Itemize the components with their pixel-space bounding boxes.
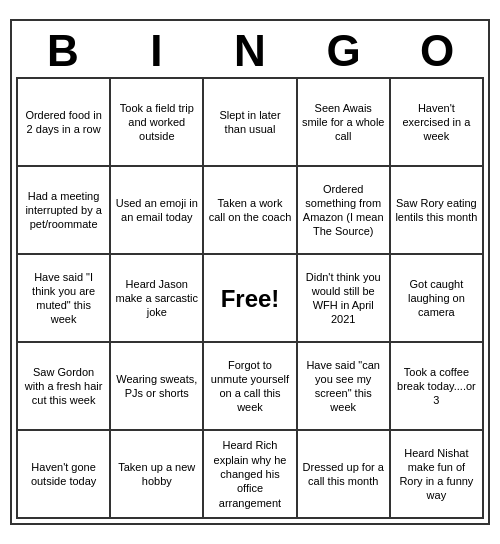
bingo-cell-8[interactable]: Ordered something from Amazon (I mean Th… <box>298 167 391 255</box>
bingo-card: B I N G O Ordered food in 2 days in a ro… <box>10 19 490 525</box>
header-g: G <box>297 25 391 77</box>
bingo-cell-0[interactable]: Ordered food in 2 days in a row <box>18 79 111 167</box>
header-i: I <box>110 25 204 77</box>
bingo-cell-4[interactable]: Haven't exercised in a week <box>391 79 484 167</box>
bingo-cell-21[interactable]: Taken up a new hobby <box>111 431 204 519</box>
cell-text-15: Saw Gordon with a fresh hair cut this we… <box>22 365 105 408</box>
cell-text-6: Used an emoji in an email today <box>115 196 198 225</box>
bingo-cell-5[interactable]: Had a meeting interrupted by a pet/roomm… <box>18 167 111 255</box>
bingo-cell-20[interactable]: Haven't gone outside today <box>18 431 111 519</box>
bingo-cell-17[interactable]: Forgot to unmute yourself on a call this… <box>204 343 297 431</box>
cell-text-19: Took a coffee break today....or 3 <box>395 365 478 408</box>
cell-text-10: Have said "I think you are muted" this w… <box>22 270 105 327</box>
cell-text-14: Got caught laughing on camera <box>395 277 478 320</box>
bingo-cell-19[interactable]: Took a coffee break today....or 3 <box>391 343 484 431</box>
bingo-header: B I N G O <box>16 25 484 77</box>
header-o: O <box>390 25 484 77</box>
bingo-cell-11[interactable]: Heard Jason make a sarcastic joke <box>111 255 204 343</box>
bingo-cell-3[interactable]: Seen Awais smile for a whole call <box>298 79 391 167</box>
bingo-cell-7[interactable]: Taken a work call on the coach <box>204 167 297 255</box>
cell-text-2: Slept in later than usual <box>208 108 291 137</box>
cell-text-17: Forgot to unmute yourself on a call this… <box>208 358 291 415</box>
cell-text-21: Taken up a new hobby <box>115 460 198 489</box>
bingo-cell-1[interactable]: Took a field trip and worked outside <box>111 79 204 167</box>
cell-text-5: Had a meeting interrupted by a pet/roomm… <box>22 189 105 232</box>
bingo-cell-15[interactable]: Saw Gordon with a fresh hair cut this we… <box>18 343 111 431</box>
cell-text-3: Seen Awais smile for a whole call <box>302 101 385 144</box>
bingo-cell-2[interactable]: Slept in later than usual <box>204 79 297 167</box>
cell-text-0: Ordered food in 2 days in a row <box>22 108 105 137</box>
bingo-cell-18[interactable]: Have said "can you see my screen" this w… <box>298 343 391 431</box>
cell-text-4: Haven't exercised in a week <box>395 101 478 144</box>
bingo-cell-12[interactable]: Free! <box>204 255 297 343</box>
header-n: N <box>203 25 297 77</box>
header-b: B <box>16 25 110 77</box>
cell-text-9: Saw Rory eating lentils this month <box>395 196 478 225</box>
cell-text-22: Heard Rich explain why he changed his of… <box>208 438 291 509</box>
bingo-cell-23[interactable]: Dressed up for a call this month <box>298 431 391 519</box>
bingo-cell-16[interactable]: Wearing sweats, PJs or shorts <box>111 343 204 431</box>
cell-text-13: Didn't think you would still be WFH in A… <box>302 270 385 327</box>
bingo-cell-14[interactable]: Got caught laughing on camera <box>391 255 484 343</box>
bingo-cell-22[interactable]: Heard Rich explain why he changed his of… <box>204 431 297 519</box>
cell-text-23: Dressed up for a call this month <box>302 460 385 489</box>
bingo-cell-10[interactable]: Have said "I think you are muted" this w… <box>18 255 111 343</box>
bingo-cell-6[interactable]: Used an emoji in an email today <box>111 167 204 255</box>
cell-text-8: Ordered something from Amazon (I mean Th… <box>302 182 385 239</box>
cell-text-24: Heard Nishat make fun of Rory in a funny… <box>395 446 478 503</box>
cell-text-12: Free! <box>221 283 280 314</box>
cell-text-11: Heard Jason make a sarcastic joke <box>115 277 198 320</box>
cell-text-7: Taken a work call on the coach <box>208 196 291 225</box>
bingo-cell-13[interactable]: Didn't think you would still be WFH in A… <box>298 255 391 343</box>
bingo-cell-24[interactable]: Heard Nishat make fun of Rory in a funny… <box>391 431 484 519</box>
bingo-cell-9[interactable]: Saw Rory eating lentils this month <box>391 167 484 255</box>
cell-text-20: Haven't gone outside today <box>22 460 105 489</box>
cell-text-1: Took a field trip and worked outside <box>115 101 198 144</box>
bingo-grid: Ordered food in 2 days in a rowTook a fi… <box>16 77 484 519</box>
cell-text-16: Wearing sweats, PJs or shorts <box>115 372 198 401</box>
cell-text-18: Have said "can you see my screen" this w… <box>302 358 385 415</box>
